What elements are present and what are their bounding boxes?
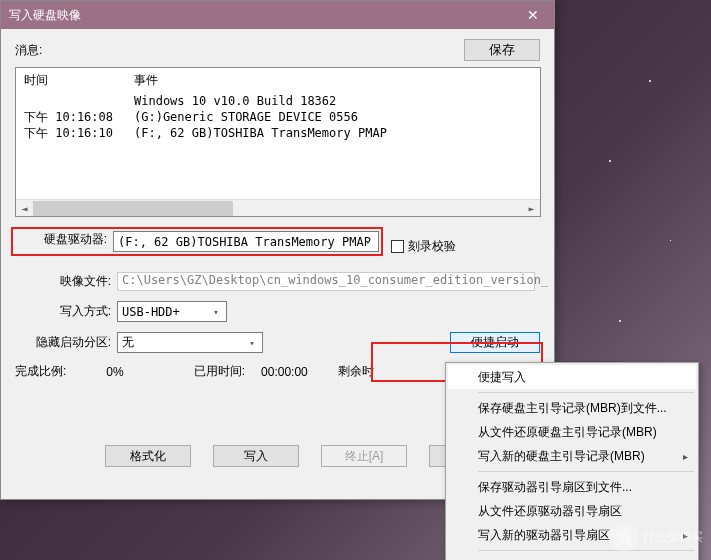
image-file-field[interactable]: C:\Users\GZ\Desktop\cn_windows_10_consum… xyxy=(117,272,535,291)
menu-item-partition-editor[interactable]: 分区表编辑器... xyxy=(448,554,696,560)
log-header-time: 时间 xyxy=(24,72,134,89)
quick-boot-button[interactable]: 便捷启动 xyxy=(450,332,540,353)
elapsed-value: 00:00:00 xyxy=(261,365,308,379)
log-row: 下午 10:16:10 (F:, 62 GB)TOSHIBA TransMemo… xyxy=(24,125,532,141)
hide-boot-label: 隐藏启动分区: xyxy=(15,334,117,351)
hide-boot-dropdown[interactable]: 无 ▾ xyxy=(117,332,263,353)
scrollbar-horizontal[interactable]: ◄ ► xyxy=(16,199,540,216)
scroll-left-icon[interactable]: ◄ xyxy=(16,200,33,217)
menu-item-restore-bootsector[interactable]: 从文件还原驱动器引导扇区 xyxy=(448,499,696,523)
chevron-right-icon: ▸ xyxy=(683,451,688,462)
log-header-event: 事件 xyxy=(134,72,158,89)
menu-item-save-mbr[interactable]: 保存硬盘主引导记录(MBR)到文件... xyxy=(448,396,696,420)
menu-item-write-mbr[interactable]: 写入新的硬盘主引导记录(MBR) ▸ xyxy=(448,444,696,468)
scroll-right-icon[interactable]: ► xyxy=(523,200,540,217)
chevron-down-icon: ▾ xyxy=(208,304,224,319)
log-row: 下午 10:16:08 (G:)Generic STORAGE DEVICE 0… xyxy=(24,109,532,125)
scroll-thumb[interactable] xyxy=(33,201,233,216)
drive-dropdown[interactable]: (F:, 62 GB)TOSHIBA TransMemory PMAP ▾ xyxy=(113,231,379,252)
watermark: 值 什么值得买 xyxy=(609,522,703,552)
highlight-drive: 硬盘驱动器: (F:, 62 GB)TOSHIBA TransMemory PM… xyxy=(11,227,383,256)
format-button[interactable]: 格式化 xyxy=(105,445,191,467)
menu-item-save-bootsector[interactable]: 保存驱动器引导扇区到文件... xyxy=(448,475,696,499)
chevron-down-icon: ▾ xyxy=(360,234,376,249)
menu-separator xyxy=(478,471,694,472)
menu-separator xyxy=(478,392,694,393)
drive-label: 硬盘驱动器: xyxy=(15,231,113,252)
log-box: 时间 事件 Windows 10 v10.0 Build 18362 下午 10… xyxy=(15,67,541,217)
write-mode-label: 写入方式: xyxy=(15,303,117,320)
remain-label: 剩余时 xyxy=(338,363,374,380)
done-value: 0% xyxy=(106,365,123,379)
scroll-track[interactable] xyxy=(33,200,523,217)
verify-label: 刻录校验 xyxy=(408,238,456,255)
chevron-down-icon: ▾ xyxy=(244,335,260,350)
save-button[interactable]: 保存 xyxy=(464,39,540,61)
elapsed-label: 已用时间: xyxy=(194,363,245,380)
log-row: Windows 10 v10.0 Build 18362 xyxy=(24,93,532,109)
close-button[interactable]: ✕ xyxy=(512,1,554,29)
write-button[interactable]: 写入 xyxy=(213,445,299,467)
watermark-icon: 值 xyxy=(609,522,639,552)
message-label: 消息: xyxy=(15,42,464,59)
verify-checkbox[interactable] xyxy=(391,240,404,253)
window-title: 写入硬盘映像 xyxy=(9,7,81,24)
write-mode-dropdown[interactable]: USB-HDD+ ▾ xyxy=(117,301,227,322)
abort-button: 终止[A] xyxy=(321,445,407,467)
menu-item-restore-mbr[interactable]: 从文件还原硬盘主引导记录(MBR) xyxy=(448,420,696,444)
close-icon: ✕ xyxy=(527,7,539,23)
menu-item-quick-write[interactable]: 便捷写入 xyxy=(448,365,696,389)
done-label: 完成比例: xyxy=(15,363,66,380)
titlebar[interactable]: 写入硬盘映像 ✕ xyxy=(1,1,554,29)
image-label: 映像文件: xyxy=(15,273,117,290)
